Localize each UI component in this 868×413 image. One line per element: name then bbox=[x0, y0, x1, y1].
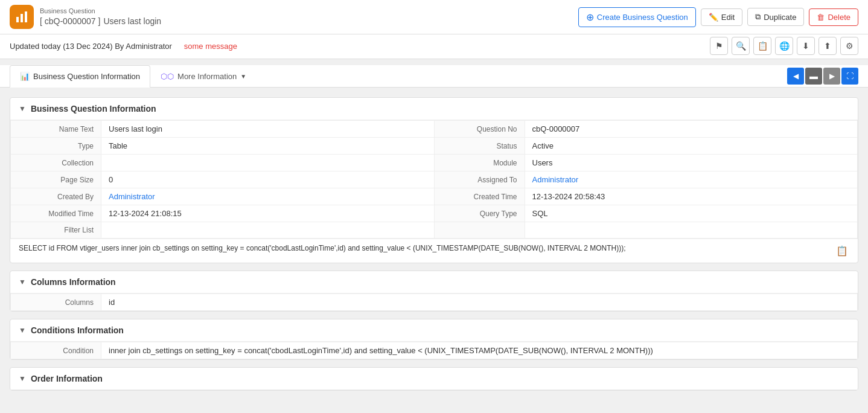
conditions-info-section: ▼ Conditions Information Condition inner… bbox=[10, 319, 858, 360]
value-modified-time: 12-13-2024 21:08:15 bbox=[101, 205, 435, 222]
value-query-type: SQL bbox=[525, 205, 858, 222]
order-info-section-title: Order Information bbox=[31, 374, 103, 383]
nav-next-button[interactable]: ▶ bbox=[823, 68, 840, 85]
chart-bar-icon bbox=[14, 10, 29, 24]
value-question-no: cbQ-0000007 bbox=[525, 121, 858, 138]
empty-value bbox=[525, 222, 858, 239]
label-created-time: Created Time bbox=[434, 188, 525, 205]
nav-prev-button[interactable]: ◀ bbox=[787, 68, 804, 85]
calendar-icon: 📋 bbox=[758, 41, 768, 51]
value-condition: inner join cb_settings on setting_key = … bbox=[101, 342, 858, 359]
label-filter-list: Filter List bbox=[11, 222, 101, 239]
label-query-type: Query Type bbox=[434, 205, 525, 222]
flag-button[interactable]: ⚑ bbox=[710, 37, 728, 55]
label-collection: Collection bbox=[11, 155, 101, 171]
tab-bq-info-icon: 📊 bbox=[20, 72, 30, 81]
created-by-link[interactable]: Administrator bbox=[109, 192, 155, 201]
table-row: Page Size 0 Assigned To Administrator bbox=[11, 171, 858, 188]
table-row: Modified Time 12-13-2024 21:08:15 Query … bbox=[11, 205, 858, 222]
order-info-section-header[interactable]: ▼ Order Information bbox=[10, 368, 858, 390]
assigned-to-link[interactable]: Administrator bbox=[532, 175, 579, 184]
duplicate-label: Duplicate bbox=[764, 13, 796, 22]
tab-bq-info[interactable]: 📊 Business Question Information bbox=[10, 65, 150, 88]
value-created-time: 12-13-2024 20:58:43 bbox=[525, 188, 858, 205]
globe-button[interactable]: 🌐 bbox=[775, 37, 793, 55]
header-subtitle: Business Question bbox=[40, 7, 161, 14]
edit-icon: ✏️ bbox=[709, 13, 718, 22]
header-title: [ cbQ-0000007 ] Users last login bbox=[40, 14, 161, 27]
sql-text: SELECT id FROM vtiger_users inner join c… bbox=[19, 244, 829, 252]
clipboard-button[interactable]: 📋 bbox=[835, 244, 849, 258]
header-name: Users last login bbox=[103, 16, 161, 26]
main-content: ▼ Business Question Information Name Tex… bbox=[0, 88, 868, 408]
create-business-question-button[interactable]: ⊕ Create Business Question bbox=[578, 7, 696, 27]
table-row: Name Text Users last login Question No c… bbox=[11, 121, 858, 138]
nav-filter-button[interactable]: ▬ bbox=[805, 68, 822, 85]
settings-button[interactable]: ⚙ bbox=[840, 37, 858, 55]
bq-info-collapse-icon: ▼ bbox=[19, 104, 26, 113]
value-status: Active bbox=[525, 138, 858, 155]
trash-icon: 🗑 bbox=[817, 13, 825, 22]
order-info-section: ▼ Order Information bbox=[10, 367, 858, 391]
value-columns: id bbox=[101, 294, 858, 311]
duplicate-button[interactable]: ⧉ Duplicate bbox=[747, 8, 804, 26]
globe-icon: 🌐 bbox=[779, 41, 790, 51]
table-row: Condition inner join cb_settings on sett… bbox=[11, 342, 858, 359]
label-name-text: Name Text bbox=[11, 121, 101, 138]
table-row: Collection Module Users bbox=[11, 155, 858, 171]
value-type: Table bbox=[101, 138, 435, 155]
label-status: Status bbox=[434, 138, 525, 155]
search-button[interactable]: 🔍 bbox=[732, 37, 750, 55]
upload-button[interactable]: ⬆ bbox=[819, 37, 837, 55]
sub-header-right: ⚑ 🔍 📋 🌐 ⬇ ⬆ ⚙ bbox=[710, 37, 858, 55]
svg-rect-0 bbox=[16, 17, 19, 22]
sub-header: Updated today (13 Dec 2024) By Administr… bbox=[0, 34, 868, 59]
edit-label: Edit bbox=[721, 13, 735, 22]
empty-label bbox=[434, 222, 525, 239]
delete-button[interactable]: 🗑 Delete bbox=[809, 8, 858, 26]
label-columns: Columns bbox=[11, 294, 101, 311]
value-assigned-to: Administrator bbox=[525, 171, 858, 188]
table-row: Type Table Status Active bbox=[11, 138, 858, 155]
label-module: Module bbox=[434, 155, 525, 171]
page-header: Business Question [ cbQ-0000007 ] Users … bbox=[0, 0, 868, 34]
bq-info-table: Name Text Users last login Question No c… bbox=[10, 120, 858, 239]
duplicate-icon: ⧉ bbox=[755, 12, 761, 22]
tab-bar: 📊 Business Question Information ⬡⬡ More … bbox=[0, 65, 868, 88]
sub-header-message: some message bbox=[184, 42, 237, 51]
edit-button[interactable]: ✏️ Edit bbox=[701, 8, 742, 26]
calendar-button[interactable]: 📋 bbox=[753, 37, 771, 55]
tab-more-info-icon: ⬡⬡ bbox=[161, 72, 174, 81]
table-row: Created By Administrator Created Time 12… bbox=[11, 188, 858, 205]
label-created-by: Created By bbox=[11, 188, 101, 205]
label-type: Type bbox=[11, 138, 101, 155]
tab-bq-info-label: Business Question Information bbox=[33, 72, 140, 81]
tab-more-info[interactable]: ⬡⬡ More Information ▼ bbox=[150, 65, 257, 87]
value-created-by: Administrator bbox=[101, 188, 435, 205]
search-icon: 🔍 bbox=[736, 41, 746, 51]
table-row: Filter List bbox=[11, 222, 858, 239]
bq-info-section-title: Business Question Information bbox=[31, 104, 156, 114]
header-title-block: Business Question [ cbQ-0000007 ] Users … bbox=[40, 7, 161, 27]
tab-more-info-dropdown-icon: ▼ bbox=[240, 73, 246, 80]
columns-info-section: ▼ Columns Information Columns id bbox=[10, 271, 858, 312]
value-page-size: 0 bbox=[101, 171, 435, 188]
flag-icon: ⚑ bbox=[715, 41, 723, 51]
conditions-info-collapse-icon: ▼ bbox=[19, 326, 26, 335]
columns-info-section-header[interactable]: ▼ Columns Information bbox=[10, 271, 858, 293]
tab-navigation: ◀ ▬ ▶ ⛶ bbox=[787, 68, 858, 85]
header-right: ⊕ Create Business Question ✏️ Edit ⧉ Dup… bbox=[578, 7, 858, 27]
table-row: Columns id bbox=[11, 294, 858, 311]
bq-info-section-header[interactable]: ▼ Business Question Information bbox=[10, 98, 858, 120]
download-button[interactable]: ⬇ bbox=[797, 37, 815, 55]
header-left: Business Question [ cbQ-0000007 ] Users … bbox=[10, 5, 161, 29]
value-collection bbox=[101, 155, 435, 171]
conditions-info-section-header[interactable]: ▼ Conditions Information bbox=[10, 319, 858, 342]
columns-info-table: Columns id bbox=[10, 293, 858, 311]
columns-info-collapse-icon: ▼ bbox=[19, 278, 26, 286]
value-name-text: Users last login bbox=[101, 121, 435, 138]
sql-row: SELECT id FROM vtiger_users inner join c… bbox=[10, 239, 858, 263]
delete-label: Delete bbox=[828, 13, 850, 22]
nav-expand-button[interactable]: ⛶ bbox=[841, 68, 858, 85]
updated-text: Updated today (13 Dec 2024) By Administr… bbox=[10, 42, 172, 51]
